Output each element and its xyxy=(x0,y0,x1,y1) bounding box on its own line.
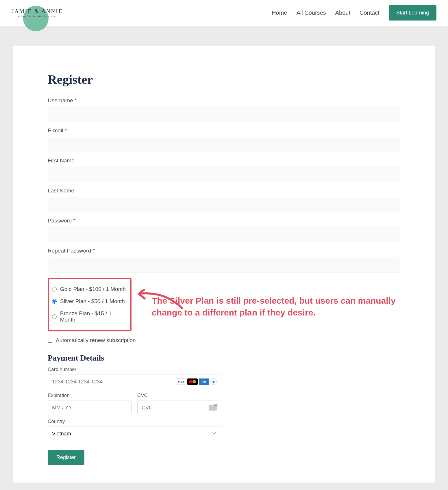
plan-gold-radio[interactable] xyxy=(52,287,57,292)
expiration-label: Expiration xyxy=(48,393,132,398)
card-brand-icons: VISA AE ◐ xyxy=(176,378,217,385)
auto-renew-label: Automatically renew subscription xyxy=(56,337,136,344)
nav-contact[interactable]: Contact xyxy=(360,10,379,16)
email-input[interactable] xyxy=(48,137,400,152)
page-title: Register xyxy=(48,72,400,87)
username-label: Username * xyxy=(48,97,400,104)
first-name-label: First Name xyxy=(48,157,400,164)
register-button[interactable]: Register xyxy=(48,450,84,465)
plan-bronze-radio[interactable] xyxy=(52,314,57,319)
last-name-input[interactable] xyxy=(48,197,400,212)
plan-selection-highlight: Gold Plan - $100 / 1 Month Silver Plan -… xyxy=(48,278,132,331)
visa-icon: VISA xyxy=(176,378,186,385)
plan-gold[interactable]: Gold Plan - $100 / 1 Month xyxy=(52,283,127,295)
auto-renew-checkbox[interactable] xyxy=(48,338,52,343)
plan-silver[interactable]: Silver Plan - $50 / 1 Month xyxy=(52,295,127,307)
country-label: Country xyxy=(48,419,221,424)
repeat-password-input[interactable] xyxy=(48,257,400,272)
cvc-input[interactable] xyxy=(142,405,209,411)
email-label: E-mail * xyxy=(48,127,400,134)
password-label: Password * xyxy=(48,218,400,224)
diners-icon: ◐ xyxy=(210,378,217,385)
cvc-label: CVC xyxy=(137,393,221,398)
username-input[interactable] xyxy=(48,107,400,122)
plan-bronze-label: Bronze Plan - $15 / 1 Month xyxy=(60,310,127,323)
logo-title: JAMIE & ANNIE xyxy=(12,8,63,14)
expiration-input[interactable] xyxy=(52,405,127,411)
payment-details-title: Payment Details xyxy=(48,353,400,363)
last-name-label: Last Name xyxy=(48,188,400,194)
plan-silver-label: Silver Plan - $50 / 1 Month xyxy=(60,298,125,305)
cvc-icon xyxy=(209,405,217,411)
nav-home[interactable]: Home xyxy=(272,10,287,16)
start-learning-button[interactable]: Start Learning xyxy=(389,5,436,21)
amex-icon: AE xyxy=(199,378,209,385)
country-select[interactable]: Vietnam xyxy=(48,426,221,441)
card-number-input[interactable] xyxy=(52,379,176,385)
plan-gold-label: Gold Plan - $100 / 1 Month xyxy=(60,286,126,292)
mastercard-icon xyxy=(187,378,198,385)
main-nav: Home All Courses About Contact Start Lea… xyxy=(272,5,436,21)
first-name-input[interactable] xyxy=(48,167,400,182)
site-header: JAMIE & ANNIE HEALTH & NUTRITION Home Al… xyxy=(0,0,448,26)
plan-silver-radio[interactable] xyxy=(52,299,57,304)
password-input[interactable] xyxy=(48,227,400,242)
auto-renew[interactable]: Automatically renew subscription xyxy=(48,337,400,344)
logo[interactable]: JAMIE & ANNIE HEALTH & NUTRITION xyxy=(12,8,63,18)
register-card: Register Username * E-mail * First Name … xyxy=(13,46,435,482)
nav-about[interactable]: About xyxy=(335,10,350,16)
card-number-label: Card number xyxy=(48,367,221,372)
repeat-password-label: Repeat Password * xyxy=(48,248,400,254)
nav-all-courses[interactable]: All Courses xyxy=(296,10,326,16)
logo-subtitle: HEALTH & NUTRITION xyxy=(18,15,56,18)
annotation-text: The Silver Plan is still pre-selected, b… xyxy=(152,295,400,318)
plan-bronze[interactable]: Bronze Plan - $15 / 1 Month xyxy=(52,307,127,326)
